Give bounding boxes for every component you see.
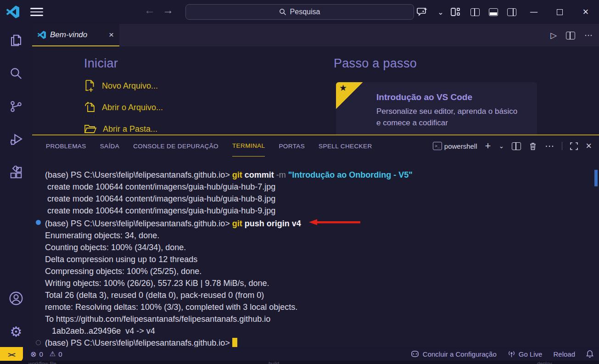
terminal-line: (base) PS C:\Users\felip\felipesantanafs… — [45, 169, 593, 181]
vscode-file-icon — [38, 31, 46, 39]
panel-tab-spell-checker[interactable]: SPELL CHECKER — [319, 135, 372, 157]
terminal-line: 1ab2aeb..a29496e v4 -> v4 — [45, 325, 593, 337]
terminal-instance-powershell[interactable]: >_ powershell — [433, 142, 477, 150]
vscode-window: ← → Pesquisa ⌄ — × — [0, 0, 599, 364]
terminal-line: Compressing objects: 100% (25/25), done. — [45, 265, 593, 277]
terminal-line: create mode 100644 content/imagens/guia-… — [45, 181, 593, 193]
reload-label: Reload — [553, 350, 575, 358]
back-icon[interactable]: ← — [144, 4, 155, 17]
go-live-button[interactable]: Go Live — [508, 350, 543, 358]
terminal-line: Enumerating objects: 34, done. — [45, 230, 593, 241]
forward-icon[interactable]: → — [162, 4, 174, 17]
open-file-link[interactable]: Abrir o Arquivo... — [84, 101, 163, 114]
terminal-cursor — [232, 338, 237, 347]
vscode-logo-icon — [6, 6, 19, 18]
settings-gear-icon[interactable]: ⚙ — [0, 320, 32, 342]
panel-tab-portas[interactable]: PORTAS — [279, 135, 305, 157]
error-count: 0 — [39, 350, 43, 358]
problems-status[interactable]: ⊗ 0 ⚠ 0 — [30, 347, 66, 361]
new-file-icon — [84, 79, 96, 92]
toggle-secondary-sidebar-icon[interactable] — [503, 0, 521, 24]
star-icon: ★ — [339, 83, 347, 93]
error-icon: ⊗ — [30, 350, 36, 358]
panel-more-actions-icon[interactable]: ⋯ — [545, 140, 554, 151]
welcome-page: Iniciar Novo Arquivo... Abrir o Arquivo.… — [32, 46, 599, 134]
panel-tab-problemas[interactable]: PROBLEMAS — [46, 135, 86, 157]
search-placeholder: Pesquisa — [290, 8, 320, 16]
remote-indicator[interactable]: >< — [0, 347, 23, 362]
terminal-scrollbar[interactable] — [594, 170, 598, 186]
title-bar: ← → Pesquisa ⌄ — × — [0, 0, 599, 24]
search-sidebar-icon[interactable] — [0, 62, 32, 84]
terminal-line: (base) PS C:\Users\felip\felipesantanafs… — [45, 217, 593, 230]
terminal-line: Counting objects: 100% (34/34), done. — [45, 241, 593, 253]
explorer-icon[interactable] — [0, 29, 32, 51]
panel-tab-console-de-depura-o[interactable]: CONSOLE DE DEPURAÇÃO — [133, 135, 218, 157]
open-folder-icon — [84, 123, 97, 134]
finish-setup-button[interactable]: Concluir a Configuração — [410, 350, 497, 358]
editor-more-actions-icon[interactable]: ⋯ — [584, 30, 593, 40]
source-control-icon[interactable] — [0, 95, 32, 118]
terminal-instance-label: powershell — [444, 142, 477, 150]
warning-icon: ⚠ — [50, 350, 56, 358]
divider — [562, 142, 562, 150]
chevron-down-icon[interactable]: ⌄ — [436, 0, 446, 24]
finish-setup-label: Concluir a Configuração — [423, 350, 497, 358]
command-decoration-icon[interactable] — [36, 220, 41, 225]
account-icon[interactable] — [0, 287, 32, 309]
terminal-line: Writing objects: 100% (26/26), 557.23 Ki… — [45, 277, 593, 289]
open-folder-link[interactable]: Abrir a Pasta... — [84, 123, 163, 134]
split-terminal-icon[interactable] — [512, 142, 521, 150]
window-minimize-button[interactable]: — — [521, 0, 547, 24]
panel-tab-terminal[interactable]: TERMINAL — [232, 135, 265, 157]
window-maximize-button[interactable] — [547, 0, 572, 24]
terminal-line: remote: Resolving deltas: 100% (3/3), co… — [45, 301, 593, 313]
terminal-dropdown-icon[interactable]: ⌄ — [498, 142, 504, 150]
walkthrough-description: Personalize seu editor, aprenda o básico… — [376, 106, 523, 129]
start-link-label: Abrir a Pasta... — [103, 124, 157, 134]
toggle-primary-sidebar-icon[interactable] — [466, 0, 484, 24]
background-window-strip: workflow-file build deploy — [0, 361, 599, 364]
walkthroughs-heading: Passo a passo — [334, 56, 572, 71]
window-close-button[interactable]: × — [572, 0, 599, 24]
go-live-label: Go Live — [519, 350, 543, 358]
new-terminal-icon[interactable]: + — [485, 140, 491, 152]
customize-layout-icon[interactable] — [446, 0, 466, 24]
terminal-line: To https://github.com/felipesantanafs/fe… — [45, 313, 593, 325]
extensions-icon[interactable] — [0, 162, 32, 184]
kill-terminal-icon[interactable] — [529, 142, 537, 151]
split-editor-icon[interactable] — [566, 30, 575, 40]
broadcast-icon — [508, 350, 515, 358]
start-heading: Iniciar — [84, 56, 163, 71]
panel-tab-sa-da[interactable]: SAÍDA — [100, 135, 120, 157]
terminal-icon: >_ — [433, 142, 442, 150]
new-file-link[interactable]: Novo Arquivo... — [84, 79, 163, 92]
tab-label: Bem-vindo — [50, 30, 87, 39]
tab-bem-vindo[interactable]: Bem-vindo × — [32, 24, 119, 46]
terminal-line: Delta compression using up to 12 threads — [45, 253, 593, 265]
panel-tab-strip: PROBLEMASSAÍDACONSOLE DE DEPURAÇÃOTERMIN… — [46, 135, 372, 157]
open-file-icon — [84, 101, 96, 114]
start-link-label: Novo Arquivo... — [102, 81, 158, 91]
walkthrough-title: Introdução ao VS Code — [376, 92, 537, 102]
search-icon — [279, 8, 286, 16]
background-fragment: build — [269, 361, 279, 364]
toggle-panel-icon[interactable] — [484, 0, 503, 24]
close-panel-icon[interactable]: × — [586, 140, 592, 152]
maximize-panel-icon[interactable] — [570, 142, 578, 150]
command-decoration-icon[interactable] — [36, 340, 41, 345]
reload-button[interactable]: Reload — [553, 350, 575, 358]
run-debug-icon[interactable] — [0, 129, 32, 151]
copilot-chat-icon[interactable] — [410, 0, 436, 24]
featured-ribbon: ★ — [336, 82, 363, 109]
annotation-arrow-icon — [309, 217, 360, 229]
terminal-output[interactable]: (base) PS C:\Users\felip\felipesantanafs… — [32, 169, 593, 347]
search-input[interactable]: Pesquisa — [185, 4, 414, 20]
start-link-label: Abrir o Arquivo... — [102, 103, 163, 112]
menu-icon[interactable] — [30, 8, 43, 16]
walkthrough-card[interactable]: ★ Introdução ao VS Code Personalize seu … — [336, 82, 537, 134]
tab-close-icon[interactable]: × — [109, 30, 114, 40]
run-file-icon[interactable]: ▷ — [550, 30, 557, 40]
notifications-bell-icon[interactable] — [586, 350, 593, 358]
copilot-icon — [410, 351, 420, 357]
